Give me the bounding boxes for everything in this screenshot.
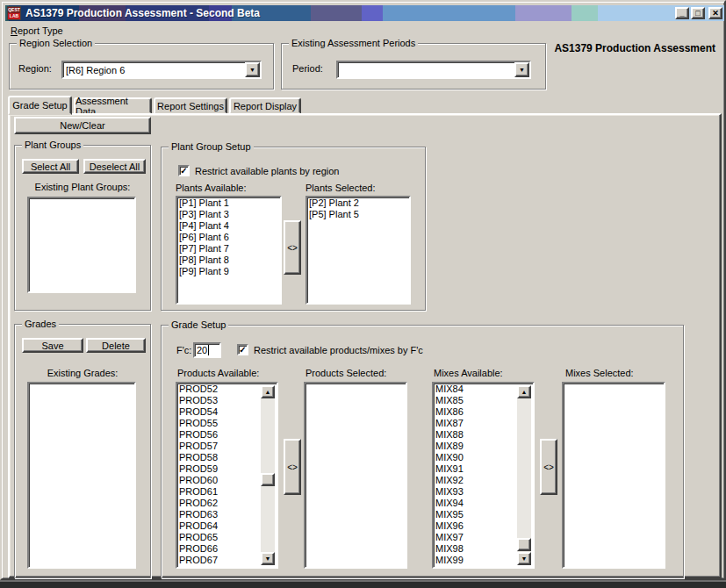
list-item[interactable]: MIX86 — [434, 406, 519, 418]
menu-report-type[interactable]: Report Type — [5, 24, 68, 38]
region-combobox-value: [R6] Region 6 — [63, 64, 245, 76]
mixes-available-label: Mixes Available: — [434, 368, 503, 378]
list-item[interactable]: PROD67 — [177, 555, 262, 566]
plant-groups-group-label: Plant Groups — [22, 140, 83, 150]
list-item[interactable]: [P1] Plant 1 — [177, 197, 280, 209]
check-icon: ✓ — [180, 166, 187, 176]
scroll-down-icon[interactable]: ▼ — [517, 552, 531, 565]
list-item[interactable]: MIX85 — [434, 395, 519, 406]
scroll-up-icon[interactable]: ▲ — [517, 385, 531, 398]
plants-available-listbox[interactable]: [P1] Plant 1[P3] Plant 3[P4] Plant 4[P6]… — [176, 196, 282, 305]
tab-assessment-data[interactable]: Assessment Data — [74, 97, 152, 114]
list-item[interactable]: [P9] Plant 9 — [177, 266, 280, 277]
assessment-periods-group-label: Existing Assessment Periods — [289, 38, 418, 48]
scroll-up-icon[interactable]: ▲ — [261, 385, 275, 398]
list-item[interactable]: MIX96 — [434, 520, 519, 532]
mixes-scrollbar-thumb[interactable] — [517, 538, 531, 551]
existing-grades-listbox[interactable] — [27, 382, 136, 569]
close-button[interactable]: ✕ — [708, 7, 722, 19]
products-available-scrollbar[interactable]: ▲ ▼ — [261, 385, 275, 565]
list-item[interactable]: MIX94 — [434, 498, 519, 509]
existing-grades-label: Existing Grades: — [15, 368, 150, 378]
mixes-selected-listbox[interactable] — [562, 382, 665, 569]
products-scrollbar-thumb[interactable] — [261, 473, 275, 486]
products-transfer-button[interactable]: <> — [284, 439, 301, 495]
list-item[interactable]: [P8] Plant 8 — [177, 255, 280, 266]
list-item[interactable]: PROD59 — [177, 463, 262, 475]
mixes-available-listbox[interactable]: ▲ ▼ MIX84MIX85MIX86MIX87MIX88MIX89MIX90M… — [432, 382, 535, 569]
grade-setup-group-label: Grade Setup — [169, 319, 228, 330]
delete-button[interactable]: Delete — [86, 338, 146, 353]
list-item[interactable]: [P6] Plant 6 — [177, 232, 280, 243]
list-item[interactable]: MIX87 — [434, 418, 519, 429]
qestlab-app-icon[interactable]: QEST LAB — [7, 6, 21, 20]
menu-bar: Report Type — [5, 23, 724, 39]
products-selected-listbox[interactable] — [304, 382, 407, 569]
list-item[interactable]: [P3] Plant 3 — [177, 209, 280, 220]
region-combobox-dropdown-icon[interactable]: ▼ — [245, 62, 260, 77]
list-item[interactable]: [P2] Plant 2 — [307, 197, 409, 209]
deselect-all-button-label: Deselect All — [90, 161, 140, 172]
scroll-down-icon[interactable]: ▼ — [261, 552, 275, 565]
plants-selected-label: Plants Selected: — [305, 183, 376, 193]
list-item[interactable]: MIX89 — [434, 441, 519, 452]
deselect-all-button[interactable]: Deselect All — [83, 159, 146, 174]
plant-group-setup-group: Plant Group Setup ✓ Restrict available p… — [161, 147, 426, 311]
period-combobox-dropdown-icon[interactable]: ▼ — [514, 62, 529, 77]
select-all-button[interactable]: Select All — [22, 159, 79, 174]
list-item[interactable]: MIX92 — [434, 475, 519, 486]
list-item[interactable]: MIX98 — [434, 543, 519, 555]
grades-group-label: Grades — [22, 319, 59, 329]
tab-report-settings-label: Report Settings — [157, 101, 224, 111]
list-item[interactable]: PROD56 — [177, 429, 262, 441]
new-clear-button[interactable]: New/Clear — [14, 117, 151, 134]
fc-input[interactable]: 20 — [193, 342, 221, 358]
restrict-plants-checkbox[interactable]: ✓ — [178, 165, 190, 176]
list-item[interactable]: PROD62 — [177, 498, 262, 509]
list-item[interactable]: [P7] Plant 7 — [177, 243, 280, 255]
list-item[interactable]: PROD53 — [177, 395, 262, 406]
existing-plant-groups-listbox[interactable] — [27, 197, 136, 293]
list-item[interactable]: PROD61 — [177, 486, 262, 498]
save-button[interactable]: Save — [22, 338, 83, 353]
list-item[interactable]: PROD52 — [177, 384, 262, 395]
existing-plant-groups-label: Existing Plant Groups: — [15, 182, 150, 192]
list-item[interactable]: PROD57 — [177, 441, 262, 452]
tab-grade-setup[interactable]: Grade Setup — [8, 96, 72, 115]
list-item[interactable]: MIX84 — [434, 384, 519, 395]
list-item[interactable]: PROD60 — [177, 475, 262, 486]
maximize-button[interactable]: □ — [691, 7, 705, 19]
minimize-button[interactable]: _ — [675, 7, 689, 19]
list-item[interactable]: PROD58 — [177, 452, 262, 463]
mixes-transfer-button[interactable]: <> — [540, 439, 557, 495]
list-item[interactable]: PROD65 — [177, 532, 262, 543]
list-item[interactable]: PROD54 — [177, 406, 262, 418]
period-combobox[interactable]: ▼ — [336, 61, 531, 79]
list-item[interactable]: PROD66 — [177, 543, 262, 555]
save-button-label: Save — [41, 341, 63, 351]
restrict-products-checkbox[interactable]: ✓ — [237, 344, 248, 355]
plants-selected-listbox[interactable]: [P2] Plant 2[P5] Plant 5 — [305, 196, 411, 305]
list-item[interactable]: [P4] Plant 4 — [177, 220, 280, 232]
list-item[interactable]: MIX99 — [434, 555, 519, 566]
grade-setup-group: Grade Setup F'c: 20 ✓ Restrict available… — [161, 325, 684, 578]
fc-label: F'c: — [176, 345, 191, 355]
list-item[interactable]: MIX88 — [434, 429, 519, 441]
plants-transfer-button[interactable]: <> — [284, 220, 301, 275]
list-item[interactable]: [P5] Plant 5 — [307, 209, 409, 220]
list-item[interactable]: PROD55 — [177, 418, 262, 429]
list-item[interactable]: MIX93 — [434, 486, 519, 498]
list-item[interactable]: MIX97 — [434, 532, 519, 543]
products-available-listbox[interactable]: ▲ ▼ PROD52PROD53PROD54PROD55PROD56PROD57… — [176, 382, 278, 569]
title-bar[interactable]: QEST LAB AS1379 Production Assessment - … — [5, 5, 724, 21]
mixes-available-scrollbar[interactable]: ▲ ▼ — [517, 385, 531, 565]
tab-report-settings[interactable]: Report Settings — [154, 97, 227, 114]
list-item[interactable]: PROD64 — [177, 520, 262, 532]
list-item[interactable]: MIX95 — [434, 509, 519, 520]
list-item[interactable]: PROD63 — [177, 509, 262, 520]
list-item[interactable]: MIX91 — [434, 463, 519, 475]
region-combobox[interactable]: [R6] Region 6 ▼ — [61, 61, 262, 79]
list-item[interactable]: MIX90 — [434, 452, 519, 463]
text-caret — [208, 345, 209, 355]
tab-report-display[interactable]: Report Display — [229, 97, 301, 114]
